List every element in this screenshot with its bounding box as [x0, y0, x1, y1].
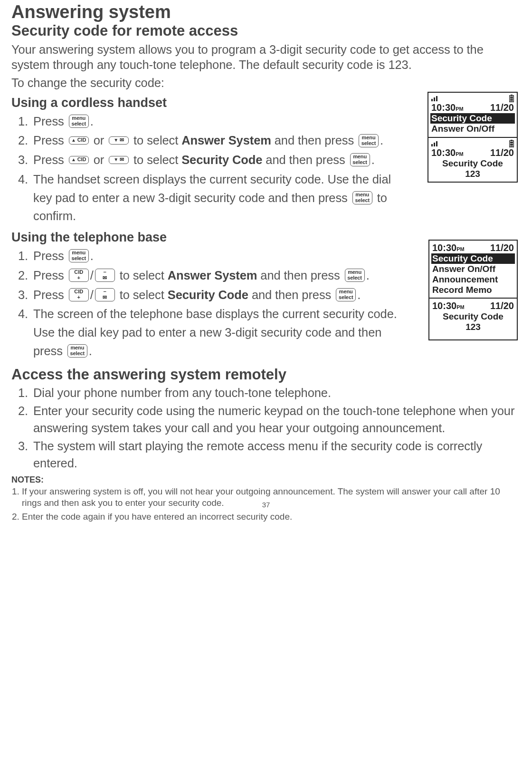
text: .	[371, 153, 375, 166]
screen-menu-item: Answer On/Off	[432, 264, 514, 274]
signal-icon	[431, 96, 438, 101]
handset-step-4: The handset screen displays the current …	[31, 170, 397, 225]
text: or	[90, 134, 107, 147]
screen-menu-item-selected: Security Code	[430, 113, 515, 124]
screen-title: Security Code	[432, 311, 514, 322]
svg-rect-9	[434, 143, 435, 146]
screen-menu-item: Record Memo	[432, 285, 514, 295]
text: and then press	[262, 153, 348, 166]
screen-time: 10:30PM	[431, 102, 464, 113]
text: and then press	[248, 288, 334, 301]
text: to select	[130, 134, 181, 147]
note-2: Enter the code again if you have entered…	[22, 511, 521, 523]
text: Press	[33, 153, 67, 166]
base-step-1: Press menuselect.	[31, 247, 399, 265]
screen-value: 123	[432, 322, 514, 332]
to-change-paragraph: To change the security code:	[11, 76, 521, 91]
text: and then press	[271, 134, 357, 147]
menu-select-key-icon: menuselect	[69, 249, 89, 262]
svg-rect-6	[510, 98, 513, 100]
text: or	[90, 153, 107, 166]
security-intro-paragraph: Your answering system allows you to prog…	[11, 42, 521, 73]
svg-rect-14	[510, 144, 513, 145]
remote-step-2: Enter your security code using the numer…	[31, 402, 521, 436]
text: Press	[33, 134, 67, 147]
text: .	[357, 288, 361, 301]
menu-select-key-icon: menuselect	[336, 288, 356, 301]
section-heading-remote-access: Access the answering system remotely	[11, 366, 521, 383]
menu-select-key-icon: menuselect	[67, 344, 87, 358]
signal-icon	[431, 141, 438, 146]
text: /	[90, 288, 94, 301]
handset-step-1: Press menuselect.	[31, 112, 397, 131]
base-steps-list: Press menuselect. Press CID+/−✉ to selec…	[11, 247, 399, 360]
remote-step-3: The system will start playing the remote…	[31, 437, 521, 472]
page-title: Answering system	[11, 0, 521, 22]
screen-date: 11/20	[490, 300, 514, 311]
text: to select	[130, 153, 181, 166]
handset-step-3: Press ▲ CID or ▼ ✉ to select Security Co…	[31, 151, 397, 169]
svg-rect-10	[436, 141, 437, 146]
svg-rect-5	[510, 97, 513, 98]
cid-plus-key-icon: CID+	[69, 269, 89, 282]
security-code-label: Security Code	[168, 288, 248, 301]
answer-system-label: Answer System	[181, 134, 271, 147]
battery-icon	[509, 95, 514, 102]
text: .	[90, 249, 94, 262]
cid-down-key-icon: ▼ ✉	[109, 136, 129, 145]
screen-menu-item-selected: Security Code	[431, 253, 515, 264]
svg-rect-1	[434, 97, 435, 101]
svg-rect-2	[436, 96, 437, 101]
minus-mail-key-icon: −✉	[95, 269, 115, 282]
screen-time: 10:30PM	[431, 147, 464, 158]
handset-screen-1: 10:30PM 11/20 Security Code Answer On/Of…	[428, 92, 518, 138]
remote-step-1: Dial your phone number from any touch-to…	[31, 384, 521, 401]
text: Press	[33, 115, 67, 128]
cid-up-key-icon: ▲ CID	[69, 156, 89, 164]
screen-date: 11/20	[490, 147, 514, 158]
handset-steps-list: Press menuselect. Press ▲ CID or ▼ ✉ to …	[11, 112, 397, 226]
minus-mail-key-icon: −✉	[95, 288, 115, 301]
text: Press	[33, 249, 67, 262]
screen-date: 11/20	[490, 102, 514, 113]
screen-time: 10:30PM	[432, 300, 465, 311]
base-step-2: Press CID+/−✉ to select Answer System an…	[31, 266, 399, 285]
text: /	[90, 269, 94, 282]
screen-title: Security Code	[431, 158, 514, 169]
base-step-3: Press CID+/−✉ to select Security Code an…	[31, 286, 399, 304]
screen-value: 123	[431, 169, 514, 179]
text: .	[90, 115, 94, 128]
screen-date: 11/20	[490, 242, 514, 253]
svg-rect-15	[510, 145, 513, 146]
screen-menu-item: Answer On/Off	[431, 124, 514, 134]
notes-label: NOTES:	[11, 475, 521, 485]
handset-screen-2: 10:30PM 11/20 Security Code 123	[428, 138, 518, 183]
svg-rect-7	[510, 100, 513, 101]
text: .	[366, 269, 370, 282]
page-number: 37	[0, 501, 532, 509]
base-screens-figure: 10:30PM 11/20 Security Code Answer On/Of…	[428, 240, 518, 340]
remote-steps-list: Dial your phone number from any touch-to…	[11, 384, 521, 472]
text: to select	[116, 269, 168, 282]
cid-up-key-icon: ▲ CID	[69, 136, 89, 145]
screen-menu-item: Announcement	[432, 274, 514, 285]
menu-select-key-icon: menuselect	[352, 191, 372, 204]
text: The handset screen displays the current …	[33, 173, 391, 204]
section-heading-security-code: Security code for remote access	[11, 22, 521, 39]
base-screen-2: 10:30PM 11/20 Security Code 123	[428, 299, 518, 340]
handset-step-2: Press ▲ CID or ▼ ✉ to select Answer Syst…	[31, 131, 397, 150]
menu-select-key-icon: menuselect	[345, 269, 365, 282]
text: .	[380, 134, 383, 147]
text: .	[89, 344, 92, 358]
base-screen-1: 10:30PM 11/20 Security Code Answer On/Of…	[428, 240, 518, 299]
menu-select-key-icon: menuselect	[359, 134, 379, 147]
answer-system-label: Answer System	[168, 269, 257, 282]
text: and then press	[257, 269, 343, 282]
screen-time: 10:30PM	[432, 242, 465, 253]
text: Press	[33, 269, 67, 282]
base-step-4: The screen of the telephone base display…	[31, 305, 399, 360]
battery-icon	[509, 140, 514, 147]
menu-select-key-icon: menuselect	[350, 153, 370, 166]
svg-rect-8	[431, 144, 433, 146]
cid-plus-key-icon: CID+	[69, 288, 89, 301]
